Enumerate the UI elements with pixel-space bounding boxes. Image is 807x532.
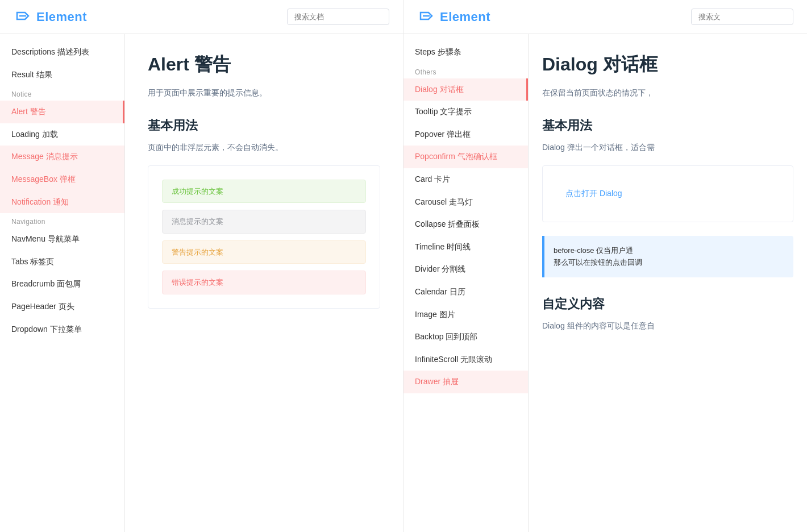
sidebar-item-divider[interactable]: Divider 分割线	[404, 258, 528, 281]
left-panel: Element Descriptions 描述列表 Result 结果 Noti…	[0, 0, 404, 532]
left-sidebar: Descriptions 描述列表 Result 结果 Notice Alert…	[0, 34, 125, 532]
dialog-demo-box: 点击打开 Dialog	[542, 165, 793, 222]
right-header: Element	[404, 0, 807, 34]
dialog-code-block: before-close 仅当用户通 那么可以在按钮的点击回调	[542, 236, 793, 278]
sidebar-item-dialog[interactable]: Dialog 对话框	[404, 78, 528, 101]
sidebar-item-infinitescroll[interactable]: InfiniteScroll 无限滚动	[404, 348, 528, 371]
sidebar-item-image[interactable]: Image 图片	[404, 304, 528, 326]
sidebar-category-others: Others	[404, 64, 528, 78]
sidebar-item-messagebox[interactable]: MessageBox 弹框	[0, 168, 124, 191]
sidebar-item-popconfirm[interactable]: Popconfirm 气泡确认框	[404, 146, 528, 168]
sidebar-item-drawer[interactable]: Drawer 抽屉	[404, 371, 528, 393]
right-page-desc: 在保留当前页面状态的情况下，	[542, 86, 793, 99]
left-header: Element	[0, 0, 403, 34]
sidebar-item-card[interactable]: Card 卡片	[404, 168, 528, 191]
left-page-title: Alert 警告	[148, 52, 380, 77]
sidebar-category-notice: Notice	[0, 86, 124, 101]
left-section1-desc: 页面中的非浮层元素，不会自动消失。	[148, 141, 380, 153]
left-body: Descriptions 描述列表 Result 结果 Notice Alert…	[0, 34, 403, 532]
right-body: Steps 步骤条 Others Dialog 对话框 Tooltip 文字提示…	[404, 34, 807, 532]
sidebar-item-carousel[interactable]: Carousel 走马灯	[404, 191, 528, 214]
sidebar-item-notification[interactable]: Notification 通知	[0, 191, 124, 214]
sidebar-item-calendar[interactable]: Calendar 日历	[404, 281, 528, 304]
left-main-content: Alert 警告 用于页面中展示重要的提示信息。 基本用法 页面中的非浮层元素，…	[125, 34, 403, 532]
element-logo-icon	[14, 8, 32, 26]
right-section2-title: 自定义内容	[542, 296, 793, 313]
sidebar-item-timeline[interactable]: Timeline 时间线	[404, 236, 528, 259]
alert-error: 错误提示的文案	[162, 271, 366, 294]
sidebar-item-collapse[interactable]: Collapse 折叠面板	[404, 213, 528, 236]
right-sidebar: Steps 步骤条 Others Dialog 对话框 Tooltip 文字提示…	[404, 34, 529, 532]
dialog-open-link[interactable]: 点击打开 Dialog	[556, 180, 631, 208]
sidebar-item-message[interactable]: Message 消息提示	[0, 146, 124, 168]
sidebar-item-tooltip[interactable]: Tooltip 文字提示	[404, 101, 528, 123]
left-section1-title: 基本用法	[148, 117, 380, 134]
sidebar-item-result[interactable]: Result 结果	[0, 64, 124, 86]
right-element-logo-icon	[417, 8, 435, 26]
sidebar-item-breadcrumb[interactable]: Breadcrumb 面包屑	[0, 273, 124, 296]
sidebar-item-alert[interactable]: Alert 警告	[0, 101, 124, 123]
left-search-input[interactable]	[287, 9, 389, 25]
sidebar-item-popover[interactable]: Popover 弹出框	[404, 123, 528, 146]
left-logo-text: Element	[36, 10, 87, 24]
right-section1-desc: Dialog 弹出一个对话框，适合需	[542, 141, 793, 153]
sidebar-item-pageheader[interactable]: PageHeader 页头	[0, 296, 124, 318]
sidebar-item-loading[interactable]: Loading 加载	[0, 123, 124, 146]
right-main-content: Dialog 对话框 在保留当前页面状态的情况下， 基本用法 Dialog 弹出…	[529, 34, 807, 532]
right-page-title: Dialog 对话框	[542, 52, 793, 77]
alert-info: 消息提示的文案	[162, 210, 366, 234]
right-section1-title: 基本用法	[542, 117, 793, 134]
right-search-input[interactable]	[691, 9, 793, 25]
right-panel: Element Steps 步骤条 Others Dialog 对话框 Tool…	[404, 0, 807, 532]
alert-success: 成功提示的文案	[162, 180, 366, 203]
alert-warning: 警告提示的文案	[162, 240, 366, 264]
left-page-desc: 用于页面中展示重要的提示信息。	[148, 86, 380, 99]
sidebar-item-steps[interactable]: Steps 步骤条	[404, 41, 528, 64]
code-line-2: 那么可以在按钮的点击回调	[554, 257, 784, 269]
left-logo: Element	[14, 8, 87, 26]
sidebar-item-dropdown[interactable]: Dropdown 下拉菜单	[0, 318, 124, 341]
sidebar-item-backtop[interactable]: Backtop 回到顶部	[404, 326, 528, 348]
right-logo-text: Element	[440, 10, 490, 24]
alert-demo-box: 成功提示的文案 消息提示的文案 警告提示的文案 错误提示的文案	[148, 165, 380, 309]
right-logo: Element	[417, 8, 490, 26]
sidebar-item-tabs[interactable]: Tabs 标签页	[0, 251, 124, 273]
sidebar-item-navmenu[interactable]: NavMenu 导航菜单	[0, 228, 124, 251]
right-section2-desc: Dialog 组件的内容可以是任意自	[542, 319, 793, 332]
code-line-1: before-close 仅当用户通	[554, 245, 784, 257]
sidebar-item-descriptions[interactable]: Descriptions 描述列表	[0, 41, 124, 64]
sidebar-category-navigation: Navigation	[0, 213, 124, 228]
